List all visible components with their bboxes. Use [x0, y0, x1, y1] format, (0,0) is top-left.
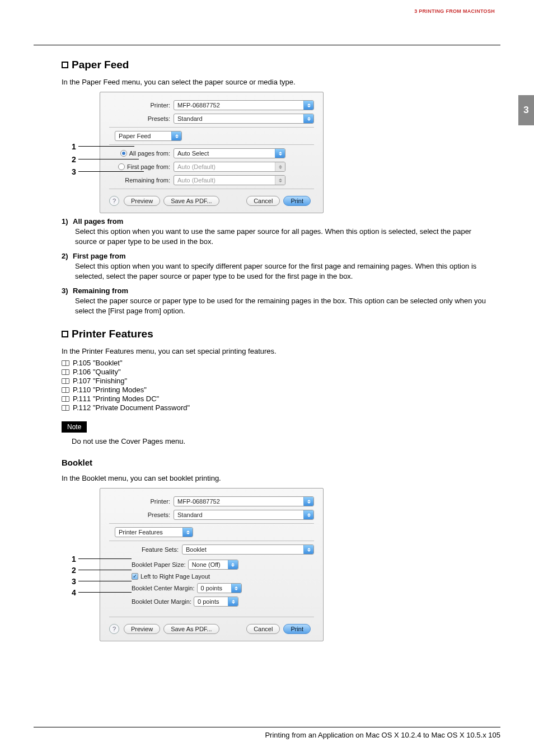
- print-dialog-printer-features: Printer: MFP-06887752 Presets: Standard …: [100, 488, 324, 641]
- feature-sets-select[interactable]: Booklet: [182, 544, 314, 555]
- printer-label: Printer:: [109, 102, 174, 109]
- callout-line: [78, 581, 132, 581]
- preview-button[interactable]: Preview: [124, 196, 160, 206]
- book-icon: [62, 405, 69, 411]
- all-pages-radio[interactable]: [120, 150, 127, 157]
- callout-line: [78, 146, 134, 147]
- callout-2: 2: [72, 566, 76, 575]
- xref-link[interactable]: P.106 "Quality": [73, 368, 121, 376]
- left-to-right-label: Left to Right Page Layout: [140, 573, 210, 580]
- panel-menu-select[interactable]: Paper Feed: [115, 131, 182, 141]
- callout-4: 4: [72, 588, 76, 597]
- footer-text: Printing from an Application on Mac OS X…: [34, 731, 500, 739]
- preview-button[interactable]: Preview: [124, 624, 160, 634]
- printer-select[interactable]: MFP-06887752: [174, 496, 314, 506]
- all-pages-select[interactable]: Auto Select: [174, 148, 285, 158]
- cancel-button[interactable]: Cancel: [246, 624, 280, 634]
- presets-select[interactable]: Standard: [174, 510, 314, 520]
- section-title-paper-feed: Paper Feed: [72, 59, 129, 71]
- callout-line: [78, 159, 139, 159]
- booklet-outer-margin-label: Booklet Outer Margin:: [132, 598, 191, 605]
- save-as-pdf-button[interactable]: Save As PDF...: [163, 196, 219, 206]
- xref-link[interactable]: P.111 "Printing Modes DC": [73, 395, 159, 403]
- cross-reference-list: P.105 "Booklet" P.106 "Quality" P.107 "F…: [62, 359, 495, 412]
- book-icon: [62, 378, 69, 384]
- booklet-paper-size-select[interactable]: None (Off): [188, 560, 238, 570]
- printer-select[interactable]: MFP-06887752: [174, 100, 314, 110]
- booklet-paper-size-label: Booklet Paper Size:: [132, 561, 186, 568]
- print-button[interactable]: Print: [283, 196, 311, 206]
- callout-1: 1: [72, 555, 76, 564]
- paper-feed-options-list: 1)All pages fromSelect this option when …: [62, 217, 495, 316]
- presets-label: Presets:: [109, 115, 174, 122]
- xref-link[interactable]: P.107 "Finishing": [73, 377, 127, 385]
- callout-line: [78, 171, 144, 172]
- help-button[interactable]: ?: [109, 196, 119, 206]
- callout-2: 2: [72, 155, 76, 164]
- help-button[interactable]: ?: [109, 624, 119, 634]
- first-page-select: Auto (Default): [174, 162, 285, 172]
- booklet-center-margin-select[interactable]: 0 points: [197, 583, 242, 593]
- first-page-label: First page from:: [127, 163, 170, 170]
- xref-link[interactable]: P.105 "Booklet": [73, 359, 123, 367]
- callout-line: [78, 558, 132, 559]
- print-dialog-paper-feed: Printer: MFP-06887752 Presets: Standard …: [100, 92, 324, 213]
- feature-sets-label: Feature Sets:: [109, 546, 182, 553]
- subsection-title-booklet: Booklet: [62, 458, 495, 467]
- note-badge: Note: [62, 421, 87, 433]
- presets-select[interactable]: Standard: [174, 114, 314, 124]
- all-pages-label: All pages from:: [129, 150, 170, 157]
- panel-menu-select[interactable]: Printer Features: [115, 527, 193, 537]
- remaining-label: Remaining from:: [109, 177, 174, 184]
- section-intro: In the Booklet menu, you can set booklet…: [62, 474, 495, 482]
- note-text: Do not use the Cover Pages menu.: [72, 437, 495, 445]
- book-icon: [62, 360, 69, 366]
- printer-label: Printer:: [109, 498, 174, 505]
- save-as-pdf-button[interactable]: Save As PDF...: [163, 624, 219, 634]
- xref-link[interactable]: P.110 "Printing Modes": [73, 386, 147, 394]
- book-icon: [62, 396, 69, 402]
- booklet-outer-margin-select[interactable]: 0 points: [194, 597, 238, 607]
- callout-1: 1: [72, 142, 76, 151]
- presets-label: Presets:: [109, 511, 174, 518]
- section-bullet-icon: [62, 331, 68, 337]
- section-intro: In the Printer Features menu, you can se…: [62, 347, 495, 355]
- xref-link[interactable]: P.112 "Private Document Password": [73, 403, 190, 412]
- callout-line: [78, 592, 132, 593]
- print-button[interactable]: Print: [283, 624, 311, 634]
- book-icon: [62, 369, 69, 375]
- book-icon: [62, 387, 69, 393]
- cancel-button[interactable]: Cancel: [246, 196, 280, 206]
- remaining-select: Auto (Default): [174, 175, 285, 185]
- chapter-header: 3 PRINTING FROM MACINTOSH: [414, 8, 495, 14]
- chapter-tab: 3: [518, 95, 534, 125]
- footer-divider: [34, 727, 500, 727]
- booklet-center-margin-label: Booklet Center Margin:: [132, 585, 195, 591]
- callout-line: [78, 570, 132, 570]
- section-title-printer-features: Printer Features: [72, 328, 153, 340]
- left-to-right-checkbox[interactable]: [132, 573, 138, 580]
- callout-3: 3: [72, 167, 76, 176]
- first-page-radio[interactable]: [118, 163, 125, 170]
- callout-3: 3: [72, 577, 76, 586]
- section-intro: In the Paper Feed menu, you can select t…: [62, 78, 495, 86]
- section-bullet-icon: [62, 62, 68, 68]
